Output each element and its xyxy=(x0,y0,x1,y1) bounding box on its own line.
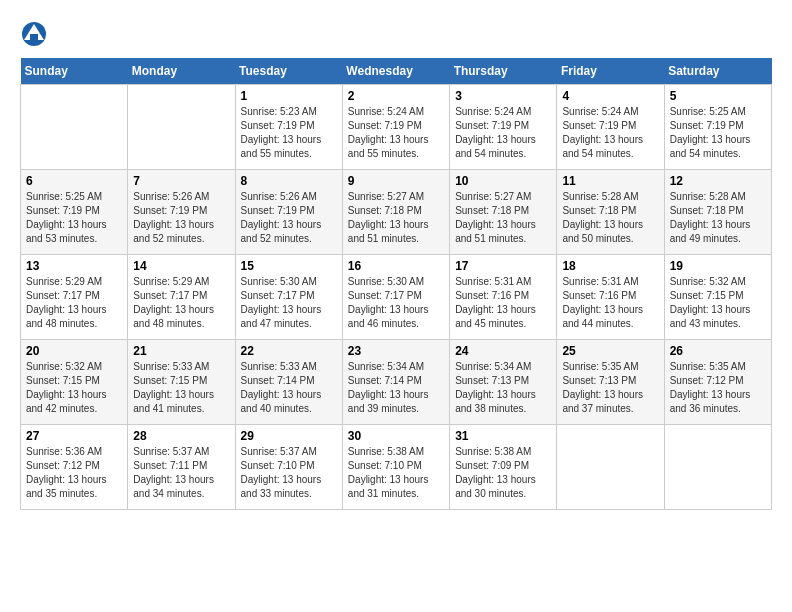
calendar-cell: 17Sunrise: 5:31 AM Sunset: 7:16 PM Dayli… xyxy=(450,255,557,340)
day-info: Sunrise: 5:38 AM Sunset: 7:10 PM Dayligh… xyxy=(348,445,444,501)
calendar-header-saturday: Saturday xyxy=(664,58,771,85)
calendar-cell: 30Sunrise: 5:38 AM Sunset: 7:10 PM Dayli… xyxy=(342,425,449,510)
calendar-cell: 19Sunrise: 5:32 AM Sunset: 7:15 PM Dayli… xyxy=(664,255,771,340)
calendar-cell: 15Sunrise: 5:30 AM Sunset: 7:17 PM Dayli… xyxy=(235,255,342,340)
day-number: 4 xyxy=(562,89,658,103)
day-info: Sunrise: 5:24 AM Sunset: 7:19 PM Dayligh… xyxy=(562,105,658,161)
calendar-cell: 21Sunrise: 5:33 AM Sunset: 7:15 PM Dayli… xyxy=(128,340,235,425)
day-info: Sunrise: 5:32 AM Sunset: 7:15 PM Dayligh… xyxy=(670,275,766,331)
calendar-cell xyxy=(21,85,128,170)
day-number: 22 xyxy=(241,344,337,358)
calendar-header-tuesday: Tuesday xyxy=(235,58,342,85)
day-info: Sunrise: 5:30 AM Sunset: 7:17 PM Dayligh… xyxy=(348,275,444,331)
calendar-cell: 7Sunrise: 5:26 AM Sunset: 7:19 PM Daylig… xyxy=(128,170,235,255)
day-number: 8 xyxy=(241,174,337,188)
day-number: 29 xyxy=(241,429,337,443)
day-info: Sunrise: 5:28 AM Sunset: 7:18 PM Dayligh… xyxy=(562,190,658,246)
day-info: Sunrise: 5:25 AM Sunset: 7:19 PM Dayligh… xyxy=(26,190,122,246)
calendar-cell: 16Sunrise: 5:30 AM Sunset: 7:17 PM Dayli… xyxy=(342,255,449,340)
day-number: 2 xyxy=(348,89,444,103)
day-number: 5 xyxy=(670,89,766,103)
day-number: 13 xyxy=(26,259,122,273)
calendar-header-wednesday: Wednesday xyxy=(342,58,449,85)
page-header xyxy=(20,20,772,48)
day-number: 3 xyxy=(455,89,551,103)
day-info: Sunrise: 5:26 AM Sunset: 7:19 PM Dayligh… xyxy=(133,190,229,246)
day-info: Sunrise: 5:30 AM Sunset: 7:17 PM Dayligh… xyxy=(241,275,337,331)
calendar-header-sunday: Sunday xyxy=(21,58,128,85)
calendar-cell: 5Sunrise: 5:25 AM Sunset: 7:19 PM Daylig… xyxy=(664,85,771,170)
calendar-cell: 9Sunrise: 5:27 AM Sunset: 7:18 PM Daylig… xyxy=(342,170,449,255)
day-number: 15 xyxy=(241,259,337,273)
day-number: 14 xyxy=(133,259,229,273)
calendar-week-row: 1Sunrise: 5:23 AM Sunset: 7:19 PM Daylig… xyxy=(21,85,772,170)
day-info: Sunrise: 5:31 AM Sunset: 7:16 PM Dayligh… xyxy=(455,275,551,331)
day-number: 10 xyxy=(455,174,551,188)
day-number: 7 xyxy=(133,174,229,188)
calendar-cell: 22Sunrise: 5:33 AM Sunset: 7:14 PM Dayli… xyxy=(235,340,342,425)
day-number: 31 xyxy=(455,429,551,443)
day-number: 12 xyxy=(670,174,766,188)
day-number: 23 xyxy=(348,344,444,358)
calendar-cell: 13Sunrise: 5:29 AM Sunset: 7:17 PM Dayli… xyxy=(21,255,128,340)
calendar-cell: 6Sunrise: 5:25 AM Sunset: 7:19 PM Daylig… xyxy=(21,170,128,255)
day-number: 6 xyxy=(26,174,122,188)
day-info: Sunrise: 5:24 AM Sunset: 7:19 PM Dayligh… xyxy=(455,105,551,161)
calendar-cell: 11Sunrise: 5:28 AM Sunset: 7:18 PM Dayli… xyxy=(557,170,664,255)
logo xyxy=(20,20,50,48)
day-number: 16 xyxy=(348,259,444,273)
calendar-cell: 29Sunrise: 5:37 AM Sunset: 7:10 PM Dayli… xyxy=(235,425,342,510)
day-number: 30 xyxy=(348,429,444,443)
day-info: Sunrise: 5:35 AM Sunset: 7:12 PM Dayligh… xyxy=(670,360,766,416)
day-info: Sunrise: 5:23 AM Sunset: 7:19 PM Dayligh… xyxy=(241,105,337,161)
day-info: Sunrise: 5:29 AM Sunset: 7:17 PM Dayligh… xyxy=(133,275,229,331)
day-number: 1 xyxy=(241,89,337,103)
day-info: Sunrise: 5:34 AM Sunset: 7:13 PM Dayligh… xyxy=(455,360,551,416)
calendar-cell: 3Sunrise: 5:24 AM Sunset: 7:19 PM Daylig… xyxy=(450,85,557,170)
day-number: 28 xyxy=(133,429,229,443)
calendar-cell: 31Sunrise: 5:38 AM Sunset: 7:09 PM Dayli… xyxy=(450,425,557,510)
calendar-table: SundayMondayTuesdayWednesdayThursdayFrid… xyxy=(20,58,772,510)
calendar-cell: 2Sunrise: 5:24 AM Sunset: 7:19 PM Daylig… xyxy=(342,85,449,170)
day-number: 19 xyxy=(670,259,766,273)
day-info: Sunrise: 5:29 AM Sunset: 7:17 PM Dayligh… xyxy=(26,275,122,331)
calendar-cell: 12Sunrise: 5:28 AM Sunset: 7:18 PM Dayli… xyxy=(664,170,771,255)
calendar-header-friday: Friday xyxy=(557,58,664,85)
day-number: 24 xyxy=(455,344,551,358)
calendar-week-row: 13Sunrise: 5:29 AM Sunset: 7:17 PM Dayli… xyxy=(21,255,772,340)
day-info: Sunrise: 5:27 AM Sunset: 7:18 PM Dayligh… xyxy=(455,190,551,246)
calendar-cell: 25Sunrise: 5:35 AM Sunset: 7:13 PM Dayli… xyxy=(557,340,664,425)
day-info: Sunrise: 5:37 AM Sunset: 7:11 PM Dayligh… xyxy=(133,445,229,501)
day-number: 9 xyxy=(348,174,444,188)
day-info: Sunrise: 5:34 AM Sunset: 7:14 PM Dayligh… xyxy=(348,360,444,416)
calendar-week-row: 27Sunrise: 5:36 AM Sunset: 7:12 PM Dayli… xyxy=(21,425,772,510)
day-info: Sunrise: 5:35 AM Sunset: 7:13 PM Dayligh… xyxy=(562,360,658,416)
day-info: Sunrise: 5:36 AM Sunset: 7:12 PM Dayligh… xyxy=(26,445,122,501)
day-info: Sunrise: 5:28 AM Sunset: 7:18 PM Dayligh… xyxy=(670,190,766,246)
calendar-week-row: 6Sunrise: 5:25 AM Sunset: 7:19 PM Daylig… xyxy=(21,170,772,255)
calendar-cell: 1Sunrise: 5:23 AM Sunset: 7:19 PM Daylig… xyxy=(235,85,342,170)
day-info: Sunrise: 5:33 AM Sunset: 7:14 PM Dayligh… xyxy=(241,360,337,416)
calendar-cell: 28Sunrise: 5:37 AM Sunset: 7:11 PM Dayli… xyxy=(128,425,235,510)
day-info: Sunrise: 5:27 AM Sunset: 7:18 PM Dayligh… xyxy=(348,190,444,246)
calendar-cell: 23Sunrise: 5:34 AM Sunset: 7:14 PM Dayli… xyxy=(342,340,449,425)
calendar-cell: 8Sunrise: 5:26 AM Sunset: 7:19 PM Daylig… xyxy=(235,170,342,255)
calendar-cell: 27Sunrise: 5:36 AM Sunset: 7:12 PM Dayli… xyxy=(21,425,128,510)
calendar-cell: 14Sunrise: 5:29 AM Sunset: 7:17 PM Dayli… xyxy=(128,255,235,340)
day-number: 21 xyxy=(133,344,229,358)
day-number: 20 xyxy=(26,344,122,358)
calendar-week-row: 20Sunrise: 5:32 AM Sunset: 7:15 PM Dayli… xyxy=(21,340,772,425)
calendar-cell xyxy=(557,425,664,510)
day-number: 27 xyxy=(26,429,122,443)
day-info: Sunrise: 5:25 AM Sunset: 7:19 PM Dayligh… xyxy=(670,105,766,161)
calendar-header-row: SundayMondayTuesdayWednesdayThursdayFrid… xyxy=(21,58,772,85)
day-number: 26 xyxy=(670,344,766,358)
day-info: Sunrise: 5:37 AM Sunset: 7:10 PM Dayligh… xyxy=(241,445,337,501)
calendar-cell: 20Sunrise: 5:32 AM Sunset: 7:15 PM Dayli… xyxy=(21,340,128,425)
svg-rect-2 xyxy=(30,34,38,40)
logo-icon xyxy=(20,20,48,48)
calendar-cell: 10Sunrise: 5:27 AM Sunset: 7:18 PM Dayli… xyxy=(450,170,557,255)
calendar-cell: 4Sunrise: 5:24 AM Sunset: 7:19 PM Daylig… xyxy=(557,85,664,170)
day-number: 25 xyxy=(562,344,658,358)
day-info: Sunrise: 5:38 AM Sunset: 7:09 PM Dayligh… xyxy=(455,445,551,501)
